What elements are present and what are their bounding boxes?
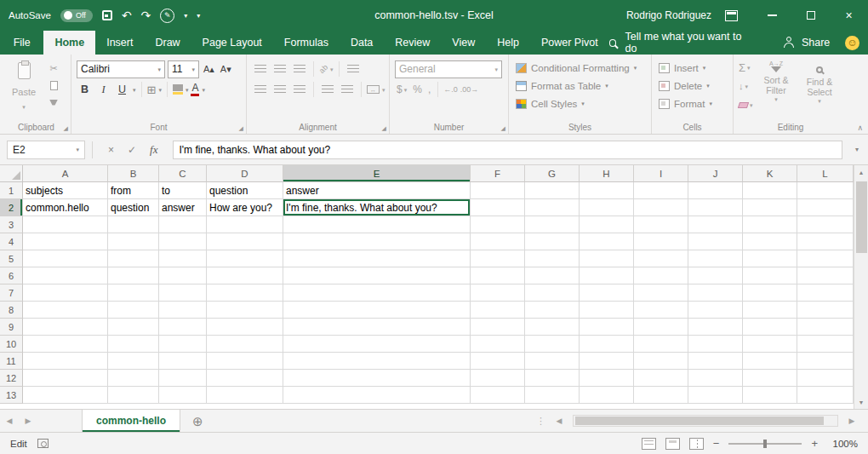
cell-F1[interactable]	[471, 182, 525, 199]
find-select-button[interactable]: Find & Select ▾	[800, 59, 840, 113]
cell-D2[interactable]: How are you?	[207, 199, 283, 216]
styles-conditional-formatting[interactable]: Conditional Formatting▾	[514, 59, 648, 77]
cell-J1[interactable]	[688, 182, 743, 199]
clear-button[interactable]: ▾	[739, 96, 753, 113]
decrease-indent-icon[interactable]	[319, 83, 336, 96]
increase-font-size-icon[interactable]: A▴	[202, 64, 216, 75]
cell-A1[interactable]: subjects	[23, 182, 108, 199]
cell-F8[interactable]	[471, 302, 525, 319]
cell-H1[interactable]	[580, 182, 634, 199]
cell-D10[interactable]	[207, 336, 283, 353]
hscroll-thumb[interactable]	[575, 417, 824, 425]
cell-D9[interactable]	[207, 319, 283, 336]
italic-button[interactable]: I	[95, 82, 111, 98]
cell-L13[interactable]	[797, 387, 854, 404]
cell-L10[interactable]	[797, 336, 854, 353]
increase-indent-icon[interactable]	[339, 83, 356, 96]
align-middle-icon[interactable]	[271, 62, 288, 76]
cell-E1[interactable]: answer	[283, 182, 471, 199]
cell-A13[interactable]	[23, 387, 108, 404]
cell-K2[interactable]	[743, 199, 797, 216]
column-header-E[interactable]: E	[283, 165, 471, 182]
cell-B12[interactable]	[108, 370, 159, 387]
cell-C2[interactable]: answer	[159, 199, 207, 216]
cell-I5[interactable]	[634, 250, 688, 267]
cell-H5[interactable]	[580, 250, 634, 267]
orientation-icon[interactable]: ab	[317, 63, 329, 75]
row-header-2[interactable]: 2	[0, 199, 23, 216]
macro-record-icon[interactable]	[37, 439, 49, 448]
save-icon[interactable]	[102, 10, 112, 20]
cell-L5[interactable]	[797, 250, 854, 267]
cell-L1[interactable]	[797, 182, 854, 199]
cell-D4[interactable]	[207, 233, 283, 250]
cell-J8[interactable]	[688, 302, 743, 319]
cell-F12[interactable]	[471, 370, 525, 387]
column-header-I[interactable]: I	[634, 165, 688, 182]
zoom-in-icon[interactable]: +	[811, 438, 818, 449]
clipboard-dialog-launcher-icon[interactable]: ◢	[64, 125, 68, 131]
cell-K7[interactable]	[743, 284, 797, 302]
cell-H13[interactable]	[580, 387, 634, 404]
cell-B3[interactable]	[108, 216, 159, 233]
cell-F6[interactable]	[471, 267, 525, 284]
cell-L7[interactable]	[797, 284, 854, 302]
cell-L4[interactable]	[797, 233, 854, 250]
borders-icon[interactable]: ⊞	[147, 84, 157, 95]
vertical-scrollbar[interactable]: ▲ ▼	[854, 165, 868, 409]
cell-L3[interactable]	[797, 216, 854, 233]
tab-help[interactable]: Help	[486, 31, 530, 55]
borders-dropdown-icon[interactable]: ▾	[158, 87, 162, 93]
cell-G3[interactable]	[525, 216, 580, 233]
cell-J2[interactable]	[688, 199, 743, 216]
cells-insert[interactable]: Insert▾	[657, 59, 729, 77]
cell-E5[interactable]	[283, 250, 471, 267]
cell-F2[interactable]	[471, 199, 525, 216]
share-button[interactable]: Share	[802, 37, 830, 49]
align-top-icon[interactable]	[252, 62, 269, 76]
hscroll-left-icon[interactable]: ◀	[550, 417, 568, 425]
cell-B1[interactable]: from	[108, 182, 159, 199]
cut-icon[interactable]: ✂	[45, 61, 62, 75]
redo-icon[interactable]: ↷	[141, 9, 151, 21]
column-header-B[interactable]: B	[108, 165, 159, 182]
cell-F11[interactable]	[471, 353, 525, 370]
cell-B10[interactable]	[108, 336, 159, 353]
cell-I1[interactable]	[634, 182, 688, 199]
normal-view-icon[interactable]	[642, 438, 656, 450]
cell-F9[interactable]	[471, 319, 525, 336]
cell-I7[interactable]	[634, 284, 688, 302]
align-bottom-icon[interactable]	[291, 62, 308, 76]
cell-G7[interactable]	[525, 284, 580, 302]
cell-G8[interactable]	[525, 302, 580, 319]
cell-K6[interactable]	[743, 267, 797, 284]
font-color-icon[interactable]: A	[191, 83, 199, 96]
tab-power-pivot[interactable]: Power Pivot	[530, 31, 609, 55]
cell-C7[interactable]	[159, 284, 207, 302]
cell-L11[interactable]	[797, 353, 854, 370]
cancel-icon[interactable]: ×	[108, 144, 114, 156]
zoom-out-icon[interactable]: −	[713, 438, 720, 449]
increase-decimal-icon[interactable]: ←.0	[443, 85, 458, 94]
row-header-6[interactable]: 6	[0, 267, 23, 284]
sheet-tab-common-hello[interactable]: common-hello	[82, 410, 180, 432]
format-painter-icon[interactable]	[45, 95, 62, 109]
cell-A9[interactable]	[23, 319, 108, 336]
cell-J9[interactable]	[688, 319, 743, 336]
merge-dropdown-icon[interactable]: ▾	[382, 87, 385, 93]
cell-C3[interactable]	[159, 216, 207, 233]
row-header-7[interactable]: 7	[0, 284, 23, 302]
cell-F5[interactable]	[471, 250, 525, 267]
cell-L12[interactable]	[797, 370, 854, 387]
cell-C5[interactable]	[159, 250, 207, 267]
row-header-10[interactable]: 10	[0, 336, 23, 353]
cell-K5[interactable]	[743, 250, 797, 267]
align-left-icon[interactable]	[252, 83, 269, 96]
font-name-combo[interactable]: Calibri ▾	[77, 60, 165, 78]
column-header-D[interactable]: D	[207, 165, 283, 182]
cells-delete[interactable]: Delete▾	[657, 77, 729, 95]
sheet-nav-left-icon[interactable]: ◀	[0, 417, 19, 425]
cell-J10[interactable]	[688, 336, 743, 353]
cell-I2[interactable]	[634, 199, 688, 216]
cell-C12[interactable]	[159, 370, 207, 387]
